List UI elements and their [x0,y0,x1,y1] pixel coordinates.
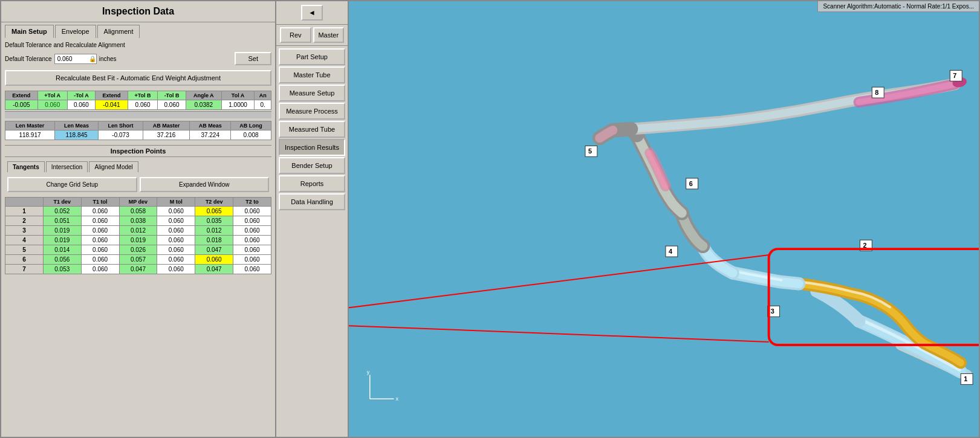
mpdev-cell: 0.057 [119,255,157,265]
t1dev-cell: 0.051 [43,216,81,226]
data-grid: T1 dev T1 tol MP dev M tol T2 dev T2 to … [5,197,271,433]
change-grid-setup-button[interactable]: Change Grid Setup [7,177,137,192]
inspection-points-title: Inspection Points [5,145,271,157]
sub-tab-tangents[interactable]: Tangents [7,161,45,172]
mpdev-cell: 0.047 [119,265,157,274]
svg-text:6: 6 [689,180,693,187]
col-tola-minus: -Tol A [67,91,95,100]
sub-tab-intersection[interactable]: Intersection [46,161,88,172]
nav-measure-process[interactable]: Measure Process [279,103,345,120]
col-tolb-plus: +Tol B [128,91,157,100]
ab-master-val: 37.216 [143,130,189,140]
nav-bender-setup[interactable]: Bender Setup [279,157,345,174]
grid-row: 3 0.019 0.060 0.012 0.060 0.012 0.060 [5,226,271,236]
grid-table: T1 dev T1 tol MP dev M tol T2 dev T2 to … [5,197,271,274]
t1tol-cell: 0.060 [81,216,119,226]
main-container: Inspection Data Main Setup Envelope Alig… [0,0,980,438]
t1tol-cell: 0.060 [81,236,119,245]
nav-data-handling[interactable]: Data Handling [279,193,345,210]
mptol-cell: 0.060 [157,216,195,226]
col-mptol: M tol [157,198,195,207]
row-num: 3 [5,226,44,236]
col-mpdev: MP dev [119,198,157,207]
tolerance-row: Default Tolerance 🔒 inches Set [5,52,271,65]
back-arrow-button[interactable]: ◄ [301,5,323,21]
mpdev-cell: 0.019 [119,236,157,245]
label-4: 4 [666,246,678,257]
svg-text:8: 8 [875,89,878,96]
col-t1dev: T1 dev [43,198,81,207]
mptol-cell: 0.060 [157,265,195,274]
row-num: 5 [5,245,44,255]
col-ab-long: AB Long [231,121,271,130]
col-t2tol: T2 to [233,198,271,207]
tube-visualization: x y 1 2 3 [349,1,979,437]
tolerance-input-wrap: 🔒 [54,54,97,64]
coord-axes: x y [367,369,399,402]
pointer-line-1 [349,255,769,308]
t2dev-cell: 0.047 [195,245,233,255]
nav-measure-setup[interactable]: Measure Setup [279,85,345,101]
nav-master-tube[interactable]: Master Tube [279,66,345,83]
t1dev-cell: 0.019 [43,236,81,245]
sub-tab-aligned-model[interactable]: Aligned Model [89,161,138,172]
t2tol-cell: 0.060 [233,216,271,226]
tab-envelope[interactable]: Envelope [55,25,96,38]
t2tol-cell: 0.060 [233,255,271,265]
mpdev-cell: 0.038 [119,216,157,226]
t1dev-cell: 0.019 [43,226,81,236]
nav-reports[interactable]: Reports [279,175,345,192]
nav-top: ◄ [276,1,348,25]
svg-text:7: 7 [953,72,956,79]
grid-row: 2 0.051 0.060 0.038 0.060 0.035 0.060 [5,216,271,226]
grid-row: 5 0.014 0.060 0.026 0.060 0.047 0.060 [5,245,271,255]
label-1: 1 [961,374,973,385]
extend-table-wrap: Extend +Tol A -Tol A Extend +Tol B -Tol … [5,91,271,118]
col-t1tol: T1 tol [81,198,119,207]
col-len-master: Len Master [5,121,55,130]
nav-part-setup[interactable]: Part Setup [279,48,345,65]
mpdev-cell: 0.058 [119,207,157,216]
tolb-plus-val: 0.060 [128,100,157,110]
col-ab-master: AB Master [143,121,189,130]
t1dev-cell: 0.014 [43,245,81,255]
grid-row: 4 0.019 0.060 0.019 0.060 0.018 0.060 [5,236,271,245]
svg-text:3: 3 [771,308,774,315]
tab-alignment[interactable]: Alignment [97,25,140,38]
master-button[interactable]: Master [313,27,345,43]
grid-buttons: Change Grid Setup Expanded Window [5,175,271,195]
main-tube-path [600,76,968,372]
meas-row: 118.917 118.845 -0.073 37.216 37.224 0.0… [5,130,271,140]
tolerance-value-input[interactable] [57,56,88,62]
svg-text:y: y [367,369,370,375]
t1tol-cell: 0.060 [81,226,119,236]
len-short-val: -0.073 [99,130,143,140]
canvas-area: Scanner Algorithm:Automatic - Normal Rat… [349,1,979,437]
set-button[interactable]: Set [235,52,271,65]
expanded-window-button[interactable]: Expanded Window [140,177,270,192]
nav-inspection-results[interactable]: Inspection Results [279,139,345,156]
t2dev-cell: 0.047 [195,265,233,274]
horiz-scrollbar[interactable] [5,111,271,118]
mptol-cell: 0.060 [157,255,195,265]
mptol-cell: 0.060 [157,236,195,245]
row-num: 7 [5,265,44,274]
len-meas-val: 118.845 [54,130,98,140]
mptol-cell: 0.060 [157,226,195,236]
content-area: Default Tolerance and Recalculate Alignm… [1,38,275,437]
tolerance-label: Default Tolerance and Recalculate Alignm… [5,42,271,48]
sub-tabs-row: Tangents Intersection Aligned Model [5,159,271,172]
label-6: 6 [686,178,698,189]
recalculate-button[interactable]: Recalculate Best Fit - Automatic End Wei… [5,70,271,86]
row-num: 4 [5,236,44,245]
extend1-val: -0.005 [5,100,38,110]
col-t2dev: T2 dev [195,198,233,207]
lock-icon: 🔒 [89,56,96,62]
col-tola2: Tol A [221,91,255,100]
tab-main-setup[interactable]: Main Setup [5,25,54,38]
rev-button[interactable]: Rev [280,27,311,43]
nav-menu: Part Setup Master Tube Measure Setup Mea… [276,46,348,213]
row-num: 6 [5,255,44,265]
col-tolb-minus: -Tol B [158,91,186,100]
nav-measured-tube[interactable]: Measured Tube [279,121,345,138]
